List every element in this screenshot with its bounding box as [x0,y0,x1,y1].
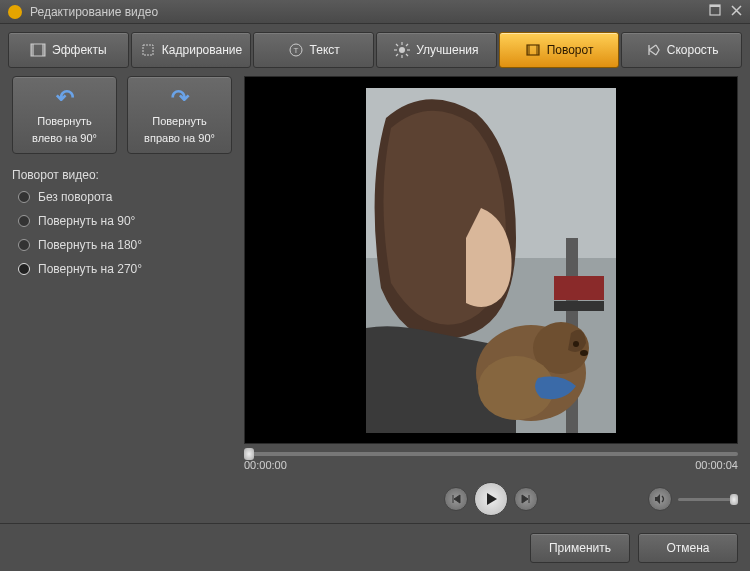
svg-point-28 [573,341,579,347]
radio-no-rotation[interactable]: Без поворота [18,190,232,204]
svg-rect-18 [527,45,530,55]
cancel-label: Отмена [666,541,709,555]
playback-controls [244,481,738,517]
close-button[interactable] [731,5,742,19]
options-pane: ↶ Повернуть влево на 90° ↷ Повернуть впр… [12,76,232,517]
tab-label: Поворот [547,43,594,57]
svg-rect-19 [536,45,539,55]
volume-thumb[interactable] [730,494,738,505]
next-frame-button[interactable] [514,487,538,511]
timeline-thumb[interactable] [244,448,254,460]
time-start: 00:00:00 [244,459,287,471]
tab-label: Скорость [667,43,719,57]
radio-icon [18,239,30,251]
time-end: 00:00:04 [695,459,738,471]
text-icon: T [288,42,304,58]
svg-line-15 [406,44,408,46]
tab-label: Кадрирование [162,43,242,57]
rotate-left-label-1: Повернуть [37,115,91,128]
tab-enhance[interactable]: Улучшения [376,32,497,68]
radio-label: Повернуть на 270° [38,262,142,276]
crop-icon [140,42,156,58]
prev-frame-button[interactable] [444,487,468,511]
rotate-right-label-1: Повернуть [152,115,206,128]
radio-label: Повернуть на 90° [38,214,135,228]
svg-line-14 [406,54,408,56]
tab-rotate[interactable]: Поворот [499,32,620,68]
radio-label: Повернуть на 180° [38,238,142,252]
rotate-left-button[interactable]: ↶ Повернуть влево на 90° [12,76,117,154]
rotate-right-icon: ↷ [171,85,189,111]
rotate-icon [525,42,541,58]
svg-rect-24 [554,301,604,311]
play-button[interactable] [474,482,508,516]
rotate-left-label-2: влево на 90° [32,132,97,145]
tab-text[interactable]: T Текст [253,32,374,68]
minimize-button[interactable] [709,4,721,19]
title-bar: Редактирование видео [0,0,750,24]
svg-rect-23 [554,276,604,300]
svg-point-8 [399,47,405,53]
rotation-section-label: Поворот видео: [12,168,232,182]
dialog-footer: Применить Отмена [0,523,750,571]
speed-icon [645,42,661,58]
apply-label: Применить [549,541,611,555]
radio-label: Без поворота [38,190,112,204]
radio-rotate-270[interactable]: Повернуть на 270° [18,262,232,276]
svg-text:T: T [293,46,298,55]
apply-button[interactable]: Применить [530,533,630,563]
video-preview[interactable] [244,76,738,444]
tab-crop[interactable]: Кадрирование [131,32,252,68]
app-icon [8,5,22,19]
rotate-right-label-2: вправо на 90° [144,132,215,145]
radio-rotate-180[interactable]: Повернуть на 180° [18,238,232,252]
volume-button[interactable] [648,487,672,511]
preview-area: 00:00:00 00:00:04 [244,76,738,517]
svg-line-16 [396,54,398,56]
timeline[interactable] [244,452,738,456]
tab-label: Текст [310,43,340,57]
effects-icon [30,42,46,58]
tab-label: Улучшения [416,43,478,57]
svg-rect-5 [143,45,153,55]
tab-effects[interactable]: Эффекты [8,32,129,68]
radio-icon [18,263,30,275]
svg-rect-4 [42,44,45,56]
rotate-right-button[interactable]: ↷ Повернуть вправо на 90° [127,76,232,154]
rotate-left-icon: ↶ [56,85,74,111]
enhance-icon [394,42,410,58]
svg-rect-1 [710,5,720,7]
rotation-options: Без поворота Повернуть на 90° Повернуть … [12,190,232,276]
volume-slider[interactable] [678,498,738,501]
tab-bar: Эффекты Кадрирование T Текст Улучшения П… [0,24,750,76]
radio-icon [18,215,30,227]
radio-rotate-90[interactable]: Повернуть на 90° [18,214,232,228]
svg-rect-3 [31,44,34,56]
svg-point-29 [580,350,588,356]
tab-label: Эффекты [52,43,107,57]
cancel-button[interactable]: Отмена [638,533,738,563]
svg-line-13 [396,44,398,46]
timeline-track[interactable] [244,452,738,456]
window-title: Редактирование видео [30,5,699,19]
video-content [366,88,616,433]
tab-speed[interactable]: Скорость [621,32,742,68]
radio-icon [18,191,30,203]
